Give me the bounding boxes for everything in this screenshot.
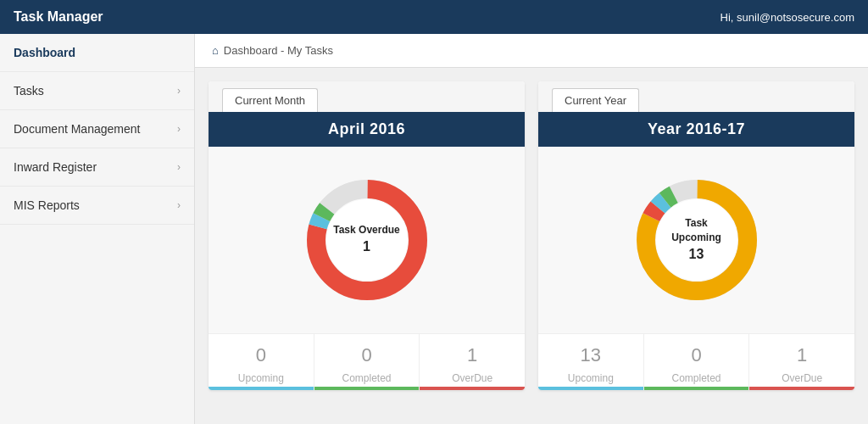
panel-body-year: Task Upcoming 13 xyxy=(538,147,854,333)
panel-footer-year: 13 Upcoming 0 Completed 1 OverDue xyxy=(538,333,854,390)
sidebar-item-document-management[interactable]: Document Management › xyxy=(0,110,194,148)
donut-num-year: 13 xyxy=(663,245,731,264)
sidebar-item-mis-reports[interactable]: MIS Reports › xyxy=(0,187,194,225)
stat-num-completed-month: 0 xyxy=(321,344,413,366)
stat-bar-completed-year xyxy=(644,387,749,390)
stat-completed-year: 0 Completed xyxy=(644,334,750,390)
main-layout: Dashboard Tasks › Document Management › … xyxy=(0,34,868,424)
sidebar-label-mis-reports: MIS Reports xyxy=(14,198,80,212)
stat-label-completed-year: Completed xyxy=(671,372,721,384)
stat-label-upcoming-month: Upcoming xyxy=(238,372,284,384)
sidebar: Dashboard Tasks › Document Management › … xyxy=(0,34,195,424)
stat-overdue-month: 1 OverDue xyxy=(420,334,525,390)
stat-num-overdue-year: 1 xyxy=(756,344,848,366)
stat-bar-upcoming-year xyxy=(538,387,643,390)
home-icon: ⌂ xyxy=(212,44,219,57)
chevron-icon-tasks: › xyxy=(177,85,181,97)
panel-tab-month: Current Month xyxy=(209,81,525,112)
stat-bar-overdue-year xyxy=(749,387,854,390)
stat-label-upcoming-year: Upcoming xyxy=(568,372,614,384)
stat-label-completed-month: Completed xyxy=(342,372,391,384)
sidebar-item-inward-register[interactable]: Inward Register › xyxy=(0,148,194,187)
panel-current-year: Current Year Year 2016-17 xyxy=(538,81,854,390)
tab-current-year[interactable]: Current Year xyxy=(552,88,639,112)
donut-year: Task Upcoming 13 xyxy=(629,172,765,308)
chevron-icon-inward: › xyxy=(177,161,181,173)
sidebar-item-tasks[interactable]: Tasks › xyxy=(0,72,194,110)
donut-text-year: Task Upcoming xyxy=(671,217,721,243)
stat-num-upcoming-month: 0 xyxy=(215,344,307,366)
stat-upcoming-month: 0 Upcoming xyxy=(209,334,314,390)
stat-overdue-year: 1 OverDue xyxy=(749,334,854,390)
dashboard-panels: Current Month April 2016 xyxy=(195,68,868,404)
main-content: ⌂ Dashboard - My Tasks Current Month Apr… xyxy=(195,34,868,424)
stat-num-upcoming-year: 13 xyxy=(545,344,637,366)
stat-label-overdue-month: OverDue xyxy=(452,372,492,384)
breadcrumb-text: Dashboard - My Tasks xyxy=(224,44,333,57)
sidebar-label-dashboard: Dashboard xyxy=(14,46,75,59)
stat-bar-overdue-month xyxy=(420,387,525,390)
sidebar-label-inward-register: Inward Register xyxy=(14,160,97,174)
sidebar-label-tasks: Tasks xyxy=(14,84,44,98)
stat-num-completed-year: 0 xyxy=(651,344,743,366)
breadcrumb: ⌂ Dashboard - My Tasks xyxy=(195,34,868,68)
panel-header-year: Year 2016-17 xyxy=(538,112,854,147)
panel-body-month: Task Overdue 1 xyxy=(209,147,525,333)
donut-month: Task Overdue 1 xyxy=(299,172,435,308)
donut-num-month: 1 xyxy=(333,237,399,256)
stat-bar-completed-month xyxy=(314,387,420,390)
chevron-icon-docs: › xyxy=(177,123,181,135)
topbar: Task Manager Hi, sunil@notsosecure.com xyxy=(0,0,868,34)
donut-label-year: Task Upcoming 13 xyxy=(663,216,731,264)
stat-upcoming-year: 13 Upcoming xyxy=(538,334,644,390)
panel-header-month: April 2016 xyxy=(209,112,525,147)
panel-footer-month: 0 Upcoming 0 Completed 1 OverDue xyxy=(209,333,525,390)
user-greeting: Hi, sunil@notsosecure.com xyxy=(721,11,854,24)
donut-label-month: Task Overdue 1 xyxy=(333,223,399,256)
panel-current-month: Current Month April 2016 xyxy=(209,81,525,390)
stat-completed-month: 0 Completed xyxy=(314,334,420,390)
stat-bar-upcoming-month xyxy=(209,387,314,390)
panel-tab-year: Current Year xyxy=(538,81,854,112)
chevron-icon-mis: › xyxy=(177,199,181,211)
sidebar-label-document-management: Document Management xyxy=(14,122,140,136)
stat-num-overdue-month: 1 xyxy=(426,344,518,366)
sidebar-item-dashboard[interactable]: Dashboard xyxy=(0,34,194,72)
app-title: Task Manager xyxy=(14,9,103,25)
donut-text-month: Task Overdue xyxy=(333,224,399,236)
stat-label-overdue-year: OverDue xyxy=(782,372,822,384)
tab-current-month[interactable]: Current Month xyxy=(222,88,318,112)
